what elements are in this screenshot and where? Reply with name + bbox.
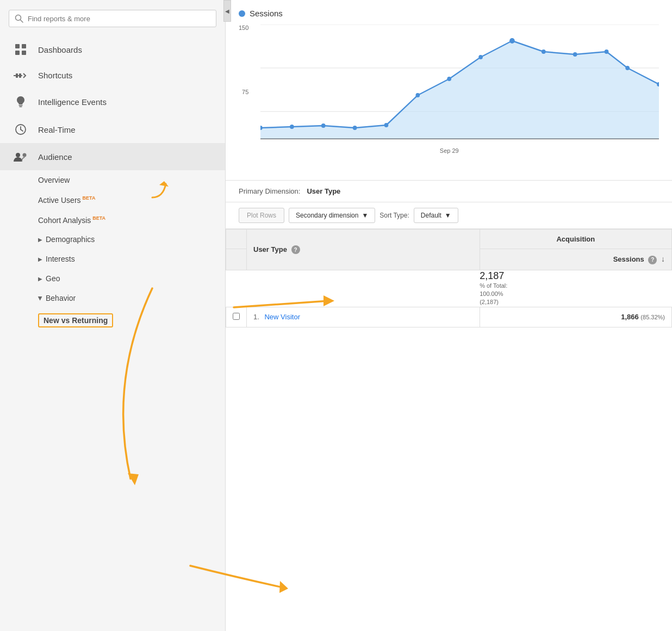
svg-rect-4: [15, 51, 20, 55]
svg-point-26: [415, 93, 420, 97]
grid-icon: [13, 44, 28, 55]
th-checkbox: [226, 230, 247, 249]
svg-rect-10: [20, 107, 22, 108]
chart-legend: Sessions: [239, 9, 659, 18]
td-row1-user-type: 1. New Visitor: [247, 307, 480, 327]
main-content: Sessions 150 75: [226, 0, 672, 631]
row1-user-type-link[interactable]: New Visitor: [264, 313, 300, 321]
sidebar-item-shortcuts[interactable]: Shortcuts: [0, 63, 225, 88]
sub-item-interests[interactable]: ▶Interests: [38, 249, 225, 269]
sort-dropdown-arrow-icon: ▼: [445, 212, 451, 219]
td-totals-checkbox: [226, 270, 247, 307]
sub-item-geo[interactable]: ▶Geo: [38, 269, 225, 288]
total-sessions-value: 2,187: [480, 270, 671, 282]
row1-sessions-pct: (85.32%): [640, 314, 665, 320]
svg-point-30: [542, 50, 546, 54]
x-axis-label: Sep 29: [440, 147, 459, 154]
svg-rect-7: [16, 73, 18, 78]
svg-point-28: [478, 55, 483, 59]
sub-item-behavior[interactable]: ▶Behavior: [38, 288, 225, 308]
y-label-150: 150: [239, 24, 253, 31]
svg-rect-3: [22, 44, 26, 48]
chart-container: 150 75: [239, 24, 659, 171]
sort-default-dropdown[interactable]: Default ▼: [414, 208, 458, 223]
td-row1-sessions: 1,866 (85.32%): [480, 307, 671, 327]
sub-item-overview[interactable]: Overview: [38, 170, 225, 190]
svg-point-29: [509, 38, 515, 44]
sub-item-new-vs-returning[interactable]: New vs Returning: [38, 308, 225, 333]
svg-point-14: [16, 153, 20, 157]
secondary-dimension-dropdown[interactable]: Secondary dimension ▼: [289, 208, 375, 223]
sessions-label: Sessions: [250, 9, 283, 18]
active-users-beta: BETA: [83, 195, 96, 201]
audience-icon: [13, 151, 28, 163]
svg-point-15: [23, 153, 27, 157]
sidebar-collapse-tab[interactable]: ◀: [223, 0, 231, 22]
intelligence-label: Intelligence Events: [38, 97, 107, 107]
th-user-type: User Type ?: [247, 230, 480, 270]
svg-point-23: [321, 123, 326, 128]
svg-point-24: [353, 126, 357, 130]
bulb-icon: [13, 95, 28, 108]
svg-point-32: [605, 50, 609, 54]
user-type-help-icon[interactable]: ?: [291, 245, 300, 254]
svg-point-22: [290, 125, 294, 129]
sessions-help-icon[interactable]: ?: [648, 256, 657, 264]
row1-num: 1.: [253, 313, 259, 321]
sub-item-cohort[interactable]: Cohort AnalysisBETA: [38, 210, 225, 230]
svg-rect-5: [22, 51, 26, 55]
search-input[interactable]: [28, 15, 210, 23]
sidebar-item-intelligence[interactable]: Intelligence Events: [0, 88, 225, 116]
primary-dimension-label: Primary Dimension:: [239, 187, 300, 195]
plot-rows-button[interactable]: Plot Rows: [239, 208, 284, 223]
sub-item-active-users[interactable]: Active UsersBETA: [38, 190, 225, 210]
td-row1-checkbox[interactable]: [226, 307, 247, 327]
search-bar[interactable]: [9, 10, 216, 27]
audience-label: Audience: [38, 152, 72, 162]
sidebar-item-audience[interactable]: Audience: [0, 143, 225, 170]
clock-icon: [13, 123, 28, 135]
primary-dimension-row: Primary Dimension: User Type: [226, 181, 672, 202]
search-icon: [15, 14, 23, 23]
shortcut-icon: [13, 71, 28, 80]
sidebar-item-dashboards[interactable]: Dashboards: [0, 36, 225, 63]
total-sessions-sub: % of Total: 100.00% (2,187): [480, 282, 671, 307]
svg-point-25: [384, 123, 389, 127]
th-sessions: Sessions ? ↓: [480, 249, 671, 270]
audience-arrow: [147, 178, 174, 200]
sort-arrow-icon: ↓: [661, 255, 665, 263]
svg-rect-8: [19, 73, 21, 78]
sub-item-demographics[interactable]: ▶Demographics: [38, 230, 225, 249]
realtime-label: Real-Time: [38, 125, 76, 134]
svg-line-1: [21, 20, 23, 23]
svg-point-27: [447, 77, 451, 81]
th-acquisition: Acquisition: [480, 230, 671, 249]
chart-area: Sessions 150 75: [226, 0, 672, 181]
y-label-75: 75: [239, 89, 253, 95]
sort-type-label: Sort Type:: [379, 212, 409, 219]
dashboards-label: Dashboards: [38, 45, 82, 54]
sessions-dot: [239, 10, 245, 17]
svg-rect-9: [19, 105, 23, 106]
svg-line-13: [21, 129, 23, 131]
cohort-beta: BETA: [92, 215, 105, 221]
svg-point-31: [573, 52, 577, 57]
row1-sessions-value: 1,866: [621, 313, 639, 321]
primary-dimension-value: User Type: [307, 187, 340, 195]
audience-submenu: Overview Active UsersBETA Cohort Analysi…: [0, 170, 225, 333]
td-totals-sessions: 2,187 % of Total: 100.00% (2,187): [480, 270, 671, 307]
svg-point-33: [625, 66, 630, 70]
dropdown-arrow-icon: ▼: [362, 212, 368, 219]
row1-checkbox-input[interactable]: [233, 313, 240, 320]
td-totals-label: [247, 270, 480, 307]
y-axis: 150 75: [239, 24, 253, 155]
chart-svg-area: Sep 29: [260, 24, 659, 155]
controls-row: Plot Rows Secondary dimension ▼ Sort Typ…: [226, 202, 672, 229]
th-checkbox-2: [226, 249, 247, 270]
sidebar-item-realtime[interactable]: Real-Time: [0, 116, 225, 143]
data-table: User Type ? Acquisition Sessions ? ↓: [226, 229, 672, 631]
line-chart: [260, 24, 659, 155]
shortcuts-label: Shortcuts: [38, 71, 72, 80]
svg-rect-2: [15, 44, 20, 48]
new-vs-returning-box: New vs Returning: [38, 313, 113, 327]
